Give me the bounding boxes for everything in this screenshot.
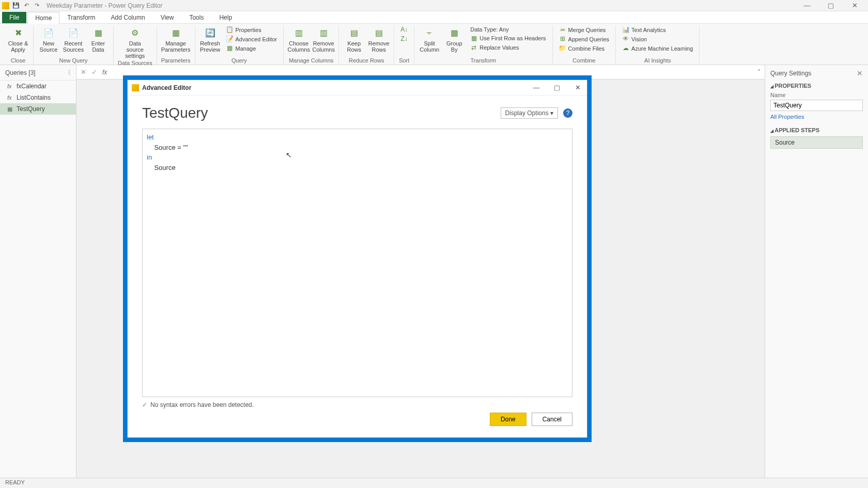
quick-access-toolbar: 💾 ↶ ↷ [12,2,40,9]
data-source-settings-button[interactable]: ⚙Data source settings [121,26,148,59]
group-sort: Sort [399,56,409,65]
choose-columns-button[interactable]: ▥Choose Columns [288,26,309,53]
undo-icon[interactable]: ↶ [23,2,30,9]
recent-icon: 📄 [66,27,81,39]
group-manage-columns: Manage Columns [289,56,333,65]
function-icon: fx [7,95,13,101]
tab-transform[interactable]: Transform [59,11,103,23]
file-icon: 📄 [41,27,56,39]
applied-steps-header[interactable]: APPLIED STEPS [770,127,863,133]
remove-column-icon: ▥ [316,27,331,39]
function-icon: fx [7,83,13,89]
azure-ml-button[interactable]: ☁Azure Machine Learning [620,44,695,53]
combine-icon: 📁 [559,45,566,52]
remove-rows-icon: ▤ [371,27,386,39]
dialog-titlebar[interactable]: Advanced Editor — ▢ ✕ [128,80,587,96]
tab-home[interactable]: Home [27,12,59,24]
close-button[interactable]: ✕ [847,2,862,9]
step-source[interactable]: Source [770,136,863,149]
new-source-button[interactable]: 📄New Source [38,26,59,53]
save-icon[interactable]: 💾 [12,2,20,9]
refresh-preview-button[interactable]: 🔄Refresh Preview [199,26,221,53]
maximize-button[interactable]: ▢ [824,2,838,9]
group-parameters: Parameters [161,56,191,65]
dialog-highlight-frame: Advanced Editor — ▢ ✕ TestQuery Display … [123,75,592,442]
keep-rows-button[interactable]: ▤Keep Rows [343,26,365,53]
split-column-button[interactable]: ⫟Split Column [419,26,440,53]
merge-queries-button[interactable]: ⫘Merge Queries [557,26,612,34]
properties-header[interactable]: PROPERTIES [770,83,863,89]
close-icon: ✖ [11,27,25,39]
cancel-button[interactable]: Cancel [532,413,572,426]
manage-button[interactable]: ▦Manage [224,44,280,53]
tab-add-column[interactable]: Add Column [103,11,153,23]
tab-help[interactable]: Help [211,11,240,23]
query-item-testquery[interactable]: TestQuery [0,103,76,115]
append-queries-button[interactable]: ⊞Append Queries [557,35,612,43]
properties-icon: 📋 [226,26,234,34]
advanced-editor-button[interactable]: 📝Advanced Editor [224,35,280,43]
dialog-close-button[interactable]: ✕ [572,84,583,91]
vision-icon: 👁 [622,36,629,43]
append-icon: ⊞ [559,36,566,43]
accept-formula-icon[interactable]: ✓ [91,68,97,76]
replace-values-button[interactable]: ⇄Replace Values [468,43,548,52]
help-icon[interactable]: ? [563,108,572,118]
first-row-headers-button[interactable]: ▦Use First Row as Headers [468,34,548,42]
tab-file[interactable]: File [2,12,26,23]
enter-data-button[interactable]: ▦Enter Data [87,26,109,53]
group-query: Query [231,56,247,65]
query-item-listcontains[interactable]: fxListContains [0,92,76,103]
header-icon: ▦ [470,35,477,42]
remove-rows-button[interactable]: ▤Remove Rows [368,26,390,53]
dialog-heading: TestQuery [142,105,208,121]
tab-tools[interactable]: Tools [181,11,211,23]
sort-asc-button[interactable]: A↓ [398,26,410,34]
name-input[interactable] [770,100,863,111]
group-combine: Combine [572,56,595,65]
settings-title: Query Settings [770,70,811,77]
group-by-button[interactable]: ▦Group By [443,26,465,53]
sort-asc-icon: A↓ [400,26,408,34]
window-title: Weekday Parameter - Power Query Editor [47,2,163,9]
vision-button[interactable]: 👁Vision [620,35,695,43]
minimize-button[interactable]: — [800,2,814,9]
redo-icon[interactable]: ↷ [33,2,40,9]
formula-input[interactable] [112,69,752,76]
manage-parameters-button[interactable]: ▦Manage Parameters [162,26,189,53]
group-reduce-rows: Reduce Rows [349,56,384,65]
merge-icon: ⫘ [559,26,566,34]
azure-icon: ☁ [622,45,629,52]
query-item-fxcalendar[interactable]: fxfxCalendar [0,81,76,92]
close-apply-button[interactable]: ✖Close & Apply [7,26,29,53]
close-panel-icon[interactable]: ✕ [857,69,863,77]
combine-files-button[interactable]: 📁Combine Files [557,44,612,53]
query-settings-panel: Query Settings ✕ PROPERTIES Name All Pro… [765,65,868,478]
app-icon [2,2,9,9]
manage-icon: ▦ [226,45,234,52]
text-analytics-button[interactable]: 📊Text Analytics [620,26,695,34]
dialog-title: Advanced Editor [142,84,191,91]
all-properties-link[interactable]: All Properties [770,114,863,120]
dialog-maximize-button[interactable]: ▢ [552,84,562,91]
remove-columns-button[interactable]: ▥Remove Columns [313,26,334,53]
dialog-minimize-button[interactable]: — [531,84,541,91]
collapse-panel-icon[interactable]: 〈 [65,68,71,77]
group-icon: ▦ [447,27,461,39]
code-editor[interactable]: let Source = "" in Source [142,129,572,397]
recent-sources-button[interactable]: 📄Recent Sources [63,26,84,53]
sort-desc-button[interactable]: Z↓ [398,35,410,43]
checkmark-icon: ✓ [142,401,147,408]
done-button[interactable]: Done [490,413,526,426]
queries-panel: Queries [3] 〈 fxfxCalendar fxListContain… [0,65,76,478]
tab-view[interactable]: View [153,11,182,23]
data-type-button[interactable]: Data Type: Any [468,26,548,33]
dialog-app-icon [132,84,139,91]
properties-button[interactable]: 📋Properties [224,26,280,34]
formula-dropdown-icon[interactable]: ˅ [757,69,761,76]
syntax-status: ✓ No syntax errors have been detected. [142,397,572,413]
display-options-button[interactable]: Display Options ▾ [501,107,558,119]
group-transform: Transform [471,56,497,65]
fx-icon[interactable]: fx [102,69,107,76]
cancel-formula-icon[interactable]: ✕ [81,68,86,76]
